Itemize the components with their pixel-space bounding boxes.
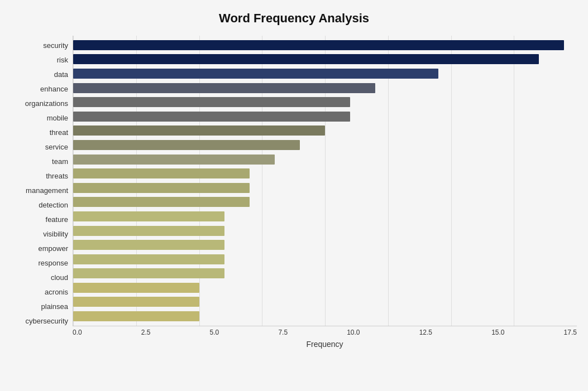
y-label: acronis: [45, 284, 68, 299]
bar: [73, 125, 325, 136]
bar-row: [73, 82, 577, 94]
bar-row: [73, 139, 577, 151]
bar: [73, 54, 539, 64]
y-label: mobile: [47, 110, 68, 125]
x-axis: 0.02.55.07.510.012.515.017.5 Frequency: [73, 326, 577, 349]
bar-row: [73, 210, 577, 223]
bar-row: [73, 196, 577, 208]
bar: [73, 168, 250, 178]
bar-row: [73, 225, 577, 237]
bar-row: [73, 253, 577, 266]
bar-row: [73, 296, 577, 308]
bar: [73, 226, 224, 236]
chart-area: securityriskdataenhanceorganizationsmobi…: [11, 36, 577, 349]
bar-row: [73, 153, 577, 166]
bar: [73, 240, 224, 250]
y-label: response: [39, 255, 68, 270]
x-tick: 0.0: [73, 329, 82, 336]
bars-and-x: 0.02.55.07.510.012.515.017.5 Frequency: [73, 36, 577, 349]
bar: [73, 211, 224, 221]
bars-area: [73, 36, 577, 326]
x-tick: 12.5: [419, 329, 432, 336]
y-label: visibility: [43, 226, 68, 241]
bar-row: [73, 110, 577, 123]
x-tick: 15.0: [491, 329, 504, 336]
y-label: cloud: [51, 270, 68, 284]
bar-row: [73, 310, 577, 322]
x-axis-label: Frequency: [73, 340, 577, 349]
x-tick: 2.5: [141, 329, 151, 336]
bar: [73, 112, 350, 122]
bar-row: [73, 182, 577, 194]
bar: [73, 69, 438, 79]
y-label: threat: [50, 125, 68, 139]
bar: [73, 311, 199, 321]
x-tick: 5.0: [210, 329, 219, 336]
y-label: cybersecurity: [25, 313, 68, 328]
y-label: risk: [57, 52, 68, 67]
y-label: plainsea: [41, 299, 68, 313]
y-label: feature: [46, 212, 68, 226]
bar: [73, 140, 300, 150]
bar-row: [73, 167, 577, 180]
bar-row: [73, 124, 577, 137]
bar-row: [73, 267, 577, 279]
chart-container: Word Frequency Analysis securityriskdata…: [0, 0, 588, 391]
bar: [73, 183, 250, 193]
y-label: security: [43, 38, 68, 52]
bar: [73, 254, 224, 264]
y-label: empower: [39, 241, 68, 255]
bar-row: [73, 239, 577, 251]
y-label: detection: [39, 197, 68, 212]
bar: [73, 197, 250, 207]
bar-row: [73, 96, 577, 108]
bar-row: [73, 53, 577, 65]
bar: [73, 297, 199, 307]
bar: [73, 268, 224, 278]
bar-row: [73, 39, 577, 51]
y-label: organizations: [25, 96, 68, 110]
bar: [73, 40, 564, 50]
y-label: team: [52, 154, 68, 168]
bar: [73, 155, 275, 165]
bar-row: [73, 282, 577, 294]
y-label: service: [45, 139, 68, 154]
bar: [73, 97, 350, 107]
bar-row: [73, 67, 577, 80]
y-label: management: [26, 183, 68, 197]
bar: [73, 283, 199, 293]
x-tick: 10.0: [347, 329, 360, 336]
y-label: data: [54, 67, 68, 81]
x-tick: 17.5: [564, 329, 577, 336]
y-label: threats: [46, 168, 68, 183]
bar: [73, 83, 375, 93]
y-label: enhance: [40, 81, 68, 96]
y-axis: securityriskdataenhanceorganizationsmobi…: [11, 36, 73, 349]
chart-title: Word Frequency Analysis: [11, 11, 577, 26]
x-tick: 7.5: [278, 329, 288, 336]
